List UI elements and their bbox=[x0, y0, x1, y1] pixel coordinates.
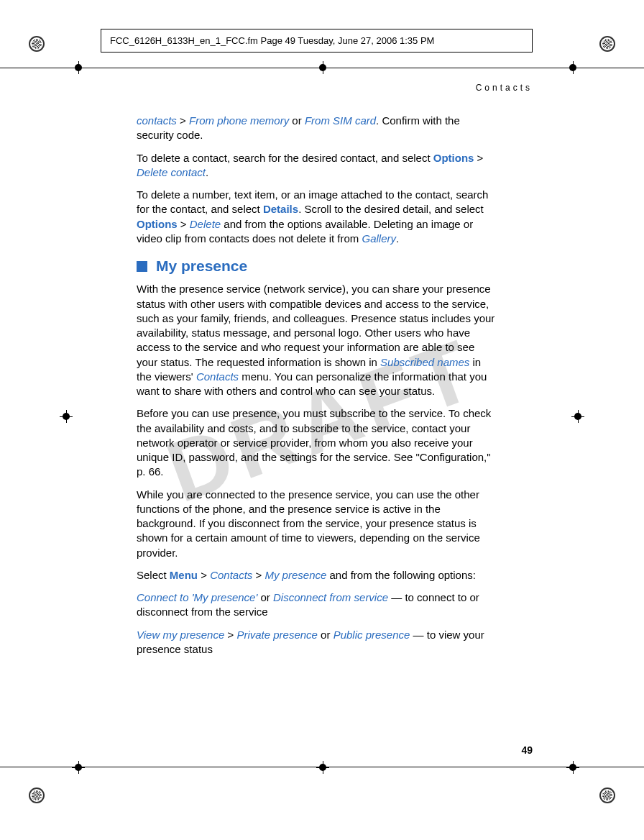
text-run: Select bbox=[137, 569, 170, 581]
paragraph: contacts > From phone memory or From SIM… bbox=[137, 114, 496, 143]
paragraph: View my presence > Private presence or P… bbox=[137, 628, 496, 657]
page-number: 49 bbox=[521, 744, 533, 756]
text-run: . bbox=[206, 166, 208, 178]
text-run: and from the following options: bbox=[326, 569, 476, 581]
crop-mark-icon bbox=[72, 761, 85, 774]
paragraph: To delete a contact, search for the desi… bbox=[137, 151, 496, 181]
menu-path-item: View my presence bbox=[137, 629, 224, 641]
text-run: > bbox=[252, 569, 264, 581]
menu-path-item: Contacts bbox=[210, 569, 252, 581]
paragraph: Select Menu > Contacts > My presence and… bbox=[137, 568, 496, 583]
text-run: > bbox=[177, 114, 189, 127]
registration-mark-icon bbox=[599, 36, 615, 52]
menu-path-item: My presence bbox=[264, 569, 326, 581]
text-run: To delete a contact, search for the desi… bbox=[137, 152, 433, 164]
text-run: . Scroll to the desired detail, and sele… bbox=[298, 203, 484, 215]
crop-mark-icon bbox=[571, 410, 584, 423]
menu-path-item: Disconnect from service bbox=[273, 591, 388, 603]
registration-mark-icon bbox=[29, 36, 45, 52]
menu-path-item: contacts bbox=[137, 114, 177, 127]
softkey-label: Details bbox=[263, 203, 298, 215]
text-run: or bbox=[257, 591, 273, 603]
text-run: > bbox=[474, 152, 483, 164]
text-run: or bbox=[318, 629, 334, 641]
menu-path-item: From phone memory bbox=[189, 114, 289, 127]
text-run: or bbox=[289, 114, 305, 127]
softkey-label: Menu bbox=[170, 569, 198, 581]
softkey-label: Options bbox=[137, 218, 178, 230]
header-metadata: FCC_6126H_6133H_en_1_FCC.fm Page 49 Tues… bbox=[101, 29, 533, 52]
text-run: . bbox=[396, 232, 399, 245]
paragraph: Before you can use presence, you must su… bbox=[137, 406, 496, 479]
registration-mark-icon bbox=[29, 788, 45, 803]
menu-path-item: Subscribed names bbox=[380, 356, 469, 368]
section-heading: My presence bbox=[137, 256, 496, 276]
heading-text: My presence bbox=[156, 256, 247, 276]
crop-mark-icon bbox=[566, 761, 579, 774]
text-run: > bbox=[224, 629, 236, 641]
crop-mark-icon bbox=[566, 61, 579, 74]
menu-path-item: Contacts bbox=[196, 370, 239, 383]
text-run: > bbox=[178, 218, 190, 230]
menu-path-item: From SIM card bbox=[305, 114, 376, 127]
registration-mark-icon bbox=[599, 788, 615, 803]
crop-mark-icon bbox=[60, 410, 73, 423]
paragraph: With the presence service (network servi… bbox=[137, 282, 496, 398]
softkey-label: Options bbox=[433, 152, 474, 164]
menu-path-item: Private presence bbox=[236, 629, 318, 641]
paragraph: While you are connected to the presence … bbox=[137, 488, 496, 560]
crop-mark-icon bbox=[72, 61, 85, 74]
menu-path-item: Delete bbox=[190, 218, 221, 230]
menu-path-item: Gallery bbox=[362, 232, 396, 245]
menu-path-item: Public presence bbox=[334, 629, 410, 641]
paragraph: To delete a number, text item, or an ima… bbox=[137, 188, 496, 246]
square-bullet-icon bbox=[137, 261, 147, 272]
paragraph: Connect to 'My presence' or Disconnect f… bbox=[137, 590, 496, 620]
menu-path-item: Delete contact bbox=[137, 166, 206, 178]
crop-mark-icon bbox=[316, 761, 329, 774]
body-content: contacts > From phone memory or From SIM… bbox=[137, 114, 496, 665]
menu-path-item: Connect to 'My presence' bbox=[137, 591, 257, 603]
text-run: > bbox=[198, 569, 210, 581]
crop-mark-icon bbox=[316, 61, 329, 74]
running-header: Contacts bbox=[476, 83, 533, 93]
